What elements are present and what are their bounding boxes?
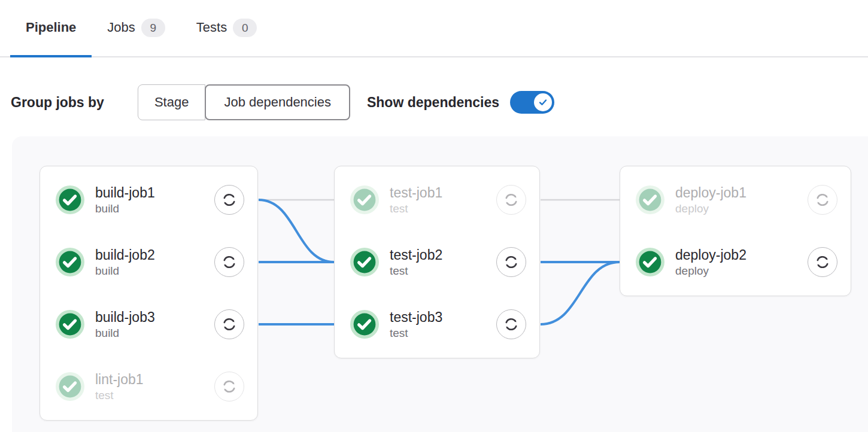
job-stage-label: deploy	[675, 264, 746, 278]
tab-label: Jobs	[107, 20, 135, 35]
graph-controls-row: Group jobs by StageJob dependencies Show…	[11, 84, 868, 120]
job-text: build-job3 build	[95, 309, 155, 340]
job-name-link[interactable]: deploy-job2	[675, 247, 746, 263]
job-row-deploy-job1[interactable]: deploy-job1 deploy	[620, 169, 851, 231]
retry-icon	[221, 191, 238, 208]
job-row-build-job2[interactable]: build-job2 build	[40, 231, 257, 293]
job-name-link[interactable]: test-job3	[390, 309, 442, 325]
toggle-check-icon	[538, 97, 548, 108]
group-by-job-dependencies-button[interactable]: Job dependencies	[205, 84, 350, 120]
status-success-icon	[350, 185, 379, 214]
job-group-card: build-job1 build build-job2 build buil	[40, 166, 258, 421]
job-text: lint-job1 test	[95, 371, 144, 402]
job-name-link[interactable]: lint-job1	[95, 371, 144, 388]
job-text: test-job2 test	[390, 247, 442, 278]
retry-job-button[interactable]	[214, 185, 244, 215]
job-stage-label: deploy	[675, 202, 746, 215]
job-text: test-job3 test	[390, 309, 442, 340]
job-row-test-job3[interactable]: test-job3 test	[335, 293, 539, 355]
retry-job-button[interactable]	[214, 247, 244, 277]
tab-pipeline[interactable]: Pipeline	[10, 0, 92, 57]
group-by-button-group: StageJob dependencies	[138, 84, 350, 120]
retry-job-button[interactable]	[214, 309, 244, 339]
job-row-test-job2[interactable]: test-job2 test	[335, 231, 539, 293]
job-stage-label: build	[95, 202, 155, 215]
tab-count-badge: 9	[141, 19, 165, 37]
group-jobs-by-label: Group jobs by	[11, 95, 104, 111]
retry-icon	[503, 316, 520, 333]
retry-job-button[interactable]	[808, 185, 837, 215]
toggle-thumb	[534, 93, 552, 111]
retry-icon	[503, 191, 520, 208]
status-success-icon	[636, 248, 664, 276]
job-text: deploy-job1 deploy	[675, 184, 746, 215]
job-name-link[interactable]: test-job2	[390, 247, 442, 263]
job-row-build-job3[interactable]: build-job3 build	[40, 293, 257, 355]
job-name-link[interactable]: test-job1	[390, 184, 442, 201]
retry-job-button[interactable]	[214, 372, 244, 401]
retry-job-button[interactable]	[496, 247, 526, 277]
retry-job-button[interactable]	[496, 309, 526, 339]
job-group-card: deploy-job1 deploy deploy-job2 deploy	[620, 166, 851, 296]
job-stage-label: test	[390, 202, 442, 215]
tab-jobs[interactable]: Jobs9	[92, 0, 180, 57]
tab-label: Tests	[196, 20, 227, 35]
status-success-icon	[636, 185, 664, 214]
job-name-link[interactable]: build-job1	[95, 184, 155, 201]
tab-tests[interactable]: Tests0	[181, 0, 272, 57]
retry-icon	[221, 316, 238, 333]
show-dependencies-toggle[interactable]	[510, 91, 554, 114]
status-success-icon	[56, 372, 84, 401]
status-success-icon	[56, 248, 84, 276]
dependency-edge-build-job1-to-test-job2	[259, 200, 334, 262]
retry-job-button[interactable]	[808, 247, 837, 277]
job-stage-label: test	[95, 388, 144, 402]
job-stage-label: build	[95, 264, 155, 278]
job-text: test-job1 test	[390, 184, 442, 215]
job-row-lint-job1[interactable]: lint-job1 test	[40, 355, 257, 418]
job-text: build-job2 build	[95, 247, 155, 278]
retry-icon	[503, 254, 520, 270]
retry-icon	[221, 254, 238, 270]
job-name-link[interactable]: deploy-job1	[675, 184, 746, 201]
group-by-stage-button[interactable]: Stage	[138, 84, 206, 120]
retry-icon	[814, 254, 831, 270]
job-text: deploy-job2 deploy	[675, 247, 746, 278]
job-stage-label: test	[390, 264, 442, 278]
status-success-icon	[350, 310, 379, 339]
job-text: build-job1 build	[95, 184, 155, 215]
job-row-build-job1[interactable]: build-job1 build	[40, 169, 257, 231]
job-stage-label: test	[390, 326, 442, 340]
status-success-icon	[56, 310, 84, 339]
retry-job-button[interactable]	[496, 185, 526, 215]
pipeline-graph-panel: build-job1 build build-job2 build buil	[12, 136, 868, 432]
job-row-test-job1[interactable]: test-job1 test	[335, 169, 539, 231]
job-group-card: test-job1 test test-job2 test test-job	[334, 166, 540, 358]
pipeline-tab-bar: PipelineJobs9Tests0	[0, 0, 868, 57]
tab-count-badge: 0	[233, 19, 257, 37]
job-stage-label: build	[95, 326, 155, 340]
job-name-link[interactable]: build-job3	[95, 309, 155, 325]
job-name-link[interactable]: build-job2	[95, 247, 155, 263]
job-row-deploy-job2[interactable]: deploy-job2 deploy	[620, 231, 851, 293]
dependency-edge-test-job3-to-deploy-job2	[541, 262, 620, 324]
tab-label: Pipeline	[26, 20, 76, 35]
status-success-icon	[350, 248, 379, 276]
retry-icon	[221, 378, 238, 395]
retry-icon	[814, 191, 831, 208]
show-dependencies-label: Show dependencies	[367, 95, 499, 111]
status-success-icon	[56, 185, 84, 214]
